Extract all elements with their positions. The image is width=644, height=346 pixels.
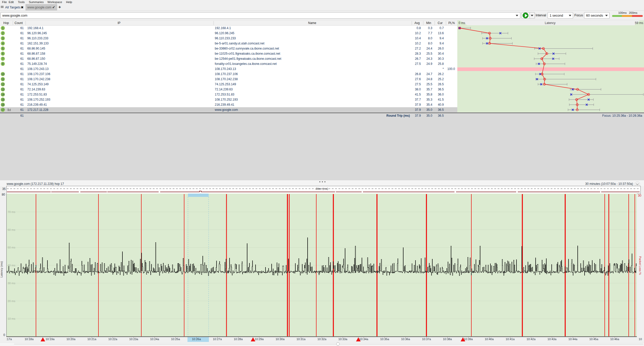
svg-text:30 ms: 30 ms <box>8 282 15 285</box>
svg-text:30 minutes (10:07:50a - 10:37:: 30 minutes (10:07:50a - 10:37:50a) <box>585 182 633 186</box>
svg-text:10 ms: 10 ms <box>8 317 15 320</box>
svg-text:Packet Loss %: Packet Loss % <box>639 256 642 275</box>
svg-text:60 ms: 60 ms <box>8 228 15 231</box>
svg-text:Latency: Latency <box>545 21 555 25</box>
svg-text:0: 0 <box>3 333 5 337</box>
svg-text::17a: :17a <box>6 338 12 341</box>
svg-text:50 ms: 50 ms <box>8 246 15 249</box>
svg-text:10: 10 <box>639 338 642 341</box>
svg-text:0 ms: 0 ms <box>459 21 465 25</box>
svg-text:Latency (ms): Latency (ms) <box>0 261 3 278</box>
svg-text:80: 80 <box>2 193 5 196</box>
svg-text:70 ms: 70 ms <box>8 210 15 213</box>
svg-text:20 ms: 20 ms <box>8 300 15 303</box>
svg-text:Jitter (ms): Jitter (ms) <box>316 187 328 190</box>
svg-text:35: 35 <box>2 187 6 191</box>
svg-text:www.google.com (172.217.11.228: www.google.com (172.217.11.228) hop 17 <box>6 182 64 186</box>
svg-text:59 ms: 59 ms <box>635 21 643 25</box>
svg-text:30: 30 <box>638 194 641 197</box>
